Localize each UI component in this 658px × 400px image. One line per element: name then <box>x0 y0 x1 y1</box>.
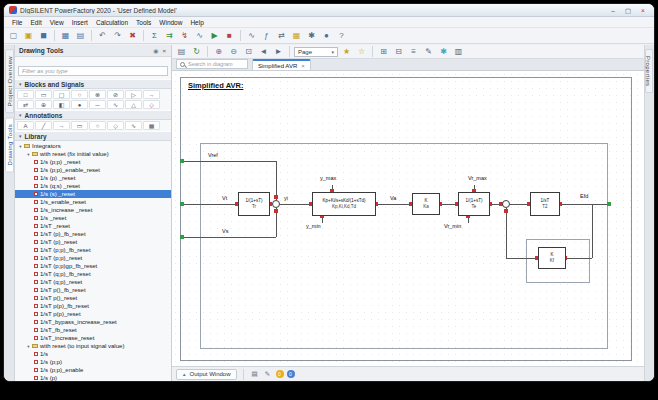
side-tab-drawing-tools[interactable]: Drawing Tools <box>5 117 14 172</box>
tree-item-1-s-p-p[interactable]: 1/s (p;p) <box>15 358 171 366</box>
signal-label-efd[interactable]: Efd <box>580 193 588 199</box>
side-tab-project-overview[interactable]: Project Overview <box>5 49 14 113</box>
tree-item-1-s-p-reset[interactable]: 1/s (p) _reset <box>15 174 171 182</box>
signal-label-y-max[interactable]: y_max <box>320 175 336 181</box>
title-bar[interactable]: DIgSILENT PowerFactory 2020 - 'User Defi… <box>4 4 654 17</box>
annotate-icon[interactable]: ✎ <box>422 45 435 58</box>
minimize-button[interactable]: – <box>607 6 619 15</box>
tree-folder-integrators[interactable]: ▾Integrators <box>15 142 171 150</box>
stop-simulation-icon[interactable]: ■ <box>223 29 236 42</box>
undo-icon[interactable]: ↶ <box>96 29 109 42</box>
text-annotation-icon[interactable]: A <box>17 121 34 130</box>
tree-folder-with-reset-fix-initial-value[interactable]: ▾with reset (fix initial value) <box>15 150 171 158</box>
diagram-canvas[interactable]: Simplified AVR: 1/(1+sT)TrKp+Ki/s+sKd/(1… <box>172 71 644 366</box>
menu-tools[interactable]: Tools <box>132 19 155 26</box>
chevron-down-icon[interactable]: ▾ <box>17 144 24 149</box>
page-select[interactable]: Page▾ <box>294 47 338 57</box>
graphic-options-icon[interactable]: ▥ <box>452 45 465 58</box>
maximize-button[interactable]: ▢ <box>622 6 634 15</box>
delete-icon[interactable]: ✖ <box>126 29 139 42</box>
switch-shape-icon[interactable]: ⇄ <box>17 100 34 109</box>
print-icon[interactable]: ▤ <box>175 45 188 58</box>
signal-label-yi[interactable]: yi <box>284 195 288 201</box>
diagram-block-kp-ki-kd-td[interactable]: Kp+Ki/s+sKd/(1+sTd)Kp,Ki,Kd,Td <box>312 192 376 216</box>
tree-item-1-st-p-p-fb-reset[interactable]: 1/sT p(p)_fb_reset <box>15 302 171 310</box>
compare-icon[interactable]: ⇄ <box>275 29 288 42</box>
run-simulation-icon[interactable]: ▶ <box>208 29 221 42</box>
frame-shape-icon[interactable]: ▢ <box>53 90 70 99</box>
wire-segment[interactable] <box>280 204 312 205</box>
redraw-icon[interactable]: ↻ <box>190 45 203 58</box>
diagram-block-t2[interactable]: 1/sTT2 <box>530 192 560 216</box>
signal-label-y-min[interactable]: y_min <box>306 223 321 229</box>
node-shape-icon[interactable]: ● <box>71 100 88 109</box>
signal-label-vt[interactable]: Vt <box>222 195 227 201</box>
signal-shape-icon[interactable]: → <box>143 90 160 99</box>
tree-item-1-st-p-p-gp-fb-reset[interactable]: 1/sT (p;p)gp_fb_reset <box>15 262 171 270</box>
gain-shape-icon[interactable]: ▷ <box>125 90 142 99</box>
tree-item-1-st-p-fb-reset[interactable]: 1/sT (p)_fb_reset <box>15 230 171 238</box>
menu-calculation[interactable]: Calculation <box>92 19 132 26</box>
tree-item-1-st-fb-reset[interactable]: 1/sT_fb_reset <box>15 326 171 334</box>
diagram-block-tr[interactable]: 1/(1+sT)Tr <box>238 192 270 216</box>
freeze-icon[interactable]: ✱ <box>437 45 450 58</box>
wire-segment[interactable] <box>506 258 538 259</box>
new-icon[interactable]: ▢ <box>7 29 20 42</box>
wire-segment[interactable] <box>376 204 412 205</box>
sum-junction[interactable] <box>502 200 510 208</box>
side-tab-properties[interactable]: Properties <box>645 49 653 93</box>
diamond-shape-icon[interactable]: ◇ <box>143 100 160 109</box>
curve-annotation-icon[interactable]: ∿ <box>125 121 142 130</box>
output-window-button[interactable]: ▲ Output Window <box>176 369 237 380</box>
zoom-all-icon[interactable]: ⊡ <box>242 45 255 58</box>
filter-input[interactable] <box>18 66 168 76</box>
menu-edit[interactable]: Edit <box>26 19 45 26</box>
grid-icon[interactable]: ⊞ <box>377 45 390 58</box>
diagram-block-ka[interactable]: KKa <box>412 193 440 215</box>
line-annotation-icon[interactable]: ╱ <box>35 121 52 130</box>
bookmark-icon[interactable]: ★ <box>340 45 353 58</box>
divider-shape-icon[interactable]: ⊘ <box>107 90 124 99</box>
pin-icon[interactable]: ◉ <box>152 47 159 54</box>
menu-insert[interactable]: Insert <box>68 19 92 26</box>
zoom-out-icon[interactable]: ⊖ <box>227 45 240 58</box>
tab-simplified-avr[interactable]: Simplified AVR × <box>252 59 311 70</box>
ellipse-annotation-icon[interactable]: ○ <box>89 121 106 130</box>
tree-item-1-s-enable-reset[interactable]: 1/s_enable_reset <box>15 198 171 206</box>
tree-item-1-s-p[interactable]: 1/s (p) <box>15 374 171 381</box>
network-model-manager-icon[interactable]: ▤ <box>74 29 87 42</box>
zoom-next-icon[interactable]: ► <box>272 45 285 58</box>
simulation-icon[interactable]: ∿ <box>193 29 206 42</box>
section-blocks-signals[interactable]: ▾ Blocks and Signals <box>15 79 171 89</box>
save-icon[interactable]: ◼ <box>37 29 50 42</box>
chevron-down-icon[interactable]: ▾ <box>25 152 32 157</box>
zoom-in-icon[interactable]: ⊕ <box>212 45 225 58</box>
settings-icon[interactable]: ✱ <box>305 29 318 42</box>
tree-item-1-st-q-p-fb-reset[interactable]: 1/sT (q;p)_fb_reset <box>15 270 171 278</box>
section-annotations[interactable]: ▾ Annotations <box>15 110 171 120</box>
adder-shape-icon[interactable]: ⊕ <box>35 100 52 109</box>
wire-segment[interactable] <box>506 208 507 258</box>
data-manager-icon[interactable]: ▦ <box>59 29 72 42</box>
calendar-icon[interactable]: ▦ <box>290 29 303 42</box>
help-icon[interactable]: ? <box>335 29 348 42</box>
curve-shape-icon[interactable]: ∿ <box>107 100 124 109</box>
tree-item-1-s-p-p-enable[interactable]: 1/s (p;p)_enable <box>15 366 171 374</box>
tree-item-1-st-p-fb-reset[interactable]: 1/sT p()_fb_reset <box>15 286 171 294</box>
menu-view[interactable]: View <box>46 19 68 26</box>
triangle-shape-icon[interactable]: △ <box>125 100 142 109</box>
tree-item-1-st-increase-reset[interactable]: 1/sT_increase_reset <box>15 334 171 342</box>
tab-close-icon[interactable]: × <box>301 63 305 69</box>
tree-item-1-st-p-p-fb-reset[interactable]: 1/sT (p;p)_fb_reset <box>15 246 171 254</box>
wire-segment[interactable] <box>182 237 276 238</box>
redo-icon[interactable]: ↷ <box>111 29 124 42</box>
slot-shape-icon[interactable]: ▭ <box>35 90 52 99</box>
user-settings-icon[interactable]: ● <box>320 29 333 42</box>
wire-segment[interactable] <box>592 204 593 258</box>
signal-label-vr-max[interactable]: Vr_max <box>468 175 487 181</box>
open-project-icon[interactable]: ▣ <box>22 29 35 42</box>
tree-item-1-s-reset[interactable]: 1/s _reset <box>15 214 171 222</box>
tree-item-1-st-p-reset[interactable]: 1/sT (p)_reset <box>15 238 171 246</box>
load-flow-icon[interactable]: ⇉ <box>163 29 176 42</box>
panel-close-icon[interactable]: × <box>161 48 167 54</box>
